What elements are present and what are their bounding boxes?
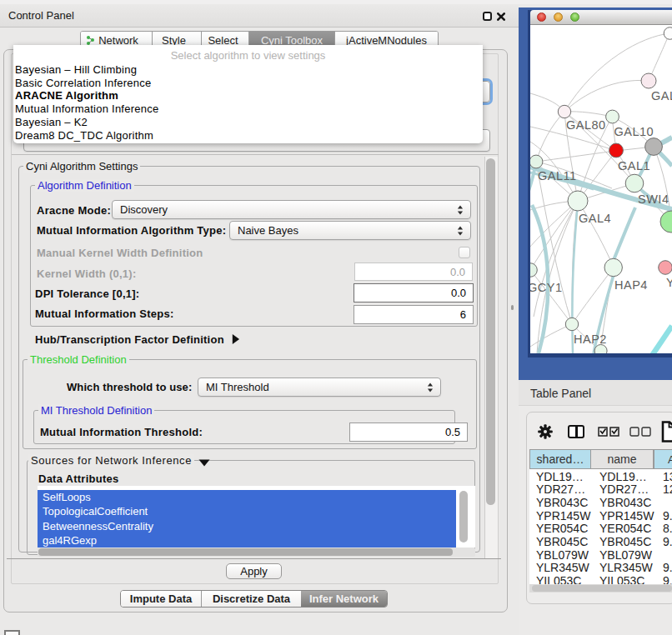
svg-text:Y: Y [666,276,672,289]
svg-text:HAP4: HAP4 [614,278,648,292]
svg-text:GAL11: GAL11 [538,169,577,182]
svg-text:GAL4: GAL4 [579,212,611,225]
svg-text:GAL80: GAL80 [566,118,606,132]
svg-text:HAP2: HAP2 [574,332,607,346]
svg-text:GAL1: GAL1 [618,159,650,172]
svg-text:GCY1: GCY1 [530,281,563,294]
svg-text:SWI4: SWI4 [638,192,669,206]
svg-text:GAL: GAL [651,89,672,102]
svg-text:GAL10: GAL10 [614,125,654,138]
